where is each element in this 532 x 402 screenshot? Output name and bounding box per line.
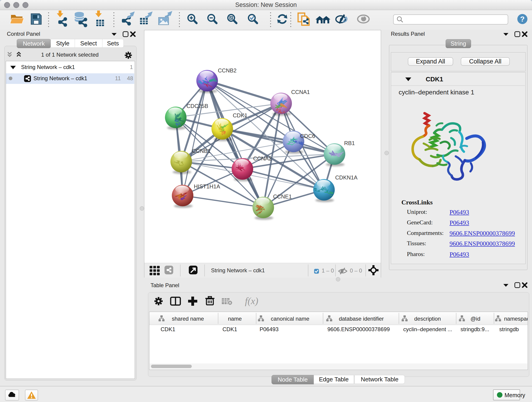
svg-text:CCNE1: CCNE1 xyxy=(273,193,292,200)
svg-text:?: ? xyxy=(520,15,525,23)
svg-text:CDC6: CDC6 xyxy=(300,133,315,139)
svg-text:HIST1H1A: HIST1H1A xyxy=(194,183,220,190)
svg-text:name: name xyxy=(228,316,242,322)
svg-text:f(x): f(x) xyxy=(245,296,258,306)
svg-text:@id: @id xyxy=(470,316,480,322)
svg-text:CDK1: CDK1 xyxy=(233,112,247,119)
svg-text:0 – 0: 0 – 0 xyxy=(350,268,362,274)
svg-text:CDKN1A: CDKN1A xyxy=(335,174,357,181)
svg-text:CCNB1: CCNB1 xyxy=(192,148,210,154)
svg-text:CCNB2: CCNB2 xyxy=(218,67,236,74)
svg-text:canonical name: canonical name xyxy=(271,316,309,322)
svg-text:CCNA2: CCNA2 xyxy=(253,155,272,162)
svg-text:CDC25B: CDC25B xyxy=(186,103,208,109)
svg-text:description: description xyxy=(414,316,441,322)
svg-text:CCNA1: CCNA1 xyxy=(291,89,310,95)
svg-text:database identifier: database identifier xyxy=(339,316,384,322)
svg-text:shared name: shared name xyxy=(172,316,204,322)
svg-text:String Network – cdk1: String Network – cdk1 xyxy=(211,267,265,274)
svg-text:namespace: namespace xyxy=(504,316,528,322)
svg-text:RB1: RB1 xyxy=(344,140,355,146)
svg-text:1 – 0: 1 – 0 xyxy=(322,268,334,274)
